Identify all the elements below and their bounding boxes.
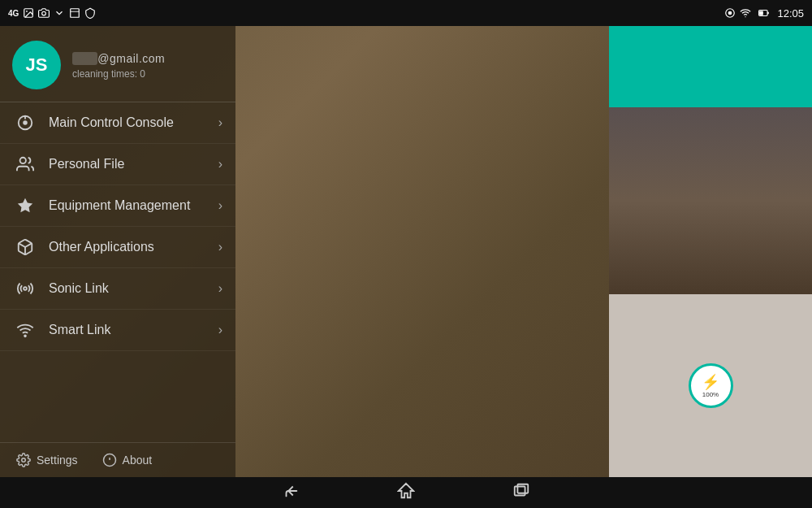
settings-button[interactable]: Settings xyxy=(16,453,78,467)
right-middle-panel xyxy=(609,107,812,294)
svg-point-17 xyxy=(24,287,27,290)
about-button[interactable]: About xyxy=(102,453,153,467)
chevron-icon-sonic-link: › xyxy=(218,281,222,296)
menu-item-equipment-management[interactable]: Equipment Management › xyxy=(0,185,235,227)
screenshot-status-icon xyxy=(69,7,80,19)
drawer-footer: Settings About xyxy=(0,442,235,477)
menu-label-equipment: Equipment Management xyxy=(49,198,207,213)
menu-item-smart-link[interactable]: Smart Link › xyxy=(0,310,235,351)
image-status-icon xyxy=(23,7,34,19)
battery-percent: 100% xyxy=(702,391,719,398)
chevron-icon-personal-file: › xyxy=(218,157,222,172)
wifi-status-icon xyxy=(740,7,751,19)
settings-icon xyxy=(16,453,31,467)
dropdown-status-icon xyxy=(54,7,65,19)
chevron-icon-other-apps: › xyxy=(218,240,222,254)
status-left: 4G xyxy=(8,7,96,19)
drawer-menu: Main Control Console › Personal File › xyxy=(0,102,235,442)
menu-item-other-applications[interactable]: Other Applications › xyxy=(0,227,235,268)
svg-rect-10 xyxy=(760,11,764,15)
person-icon xyxy=(13,155,37,173)
svg-rect-25 xyxy=(517,484,528,493)
header-text-block: ·······@gmail.com cleaning times: 0 xyxy=(72,51,165,80)
email-blur: ······· xyxy=(72,52,97,65)
svg-rect-3 xyxy=(71,9,80,18)
svg-point-2 xyxy=(42,11,46,15)
chevron-icon-main-control: › xyxy=(218,115,222,130)
menu-label-smart-link: Smart Link xyxy=(49,323,207,337)
status-bar: 4G 12:05 xyxy=(0,0,812,26)
svg-rect-9 xyxy=(768,12,770,14)
right-top-panel xyxy=(609,26,812,107)
email-domain: @gmail.com xyxy=(97,52,165,65)
equipment-icon xyxy=(13,197,37,215)
circle-status-icon xyxy=(724,7,736,19)
menu-label-sonic-link: Sonic Link xyxy=(49,281,207,296)
battery-icon: ⚡ xyxy=(702,373,719,391)
navigation-drawer: JS ·······@gmail.com cleaning times: 0 M… xyxy=(0,26,235,477)
svg-point-19 xyxy=(22,458,26,462)
back-button[interactable] xyxy=(282,482,300,504)
svg-point-12 xyxy=(23,120,28,125)
recents-button[interactable] xyxy=(512,482,530,504)
svg-point-14 xyxy=(20,158,26,163)
info-icon xyxy=(102,453,117,467)
cleaning-times: cleaning times: 0 xyxy=(72,68,165,80)
menu-label-other-apps: Other Applications xyxy=(49,240,207,254)
menu-item-main-control-console[interactable]: Main Control Console › xyxy=(0,102,235,144)
time-display: 12:05 xyxy=(777,7,804,20)
console-icon xyxy=(13,114,37,132)
chevron-icon-equipment: › xyxy=(218,198,222,213)
sonic-icon xyxy=(13,280,37,297)
smartlink-icon xyxy=(13,321,37,339)
chevron-icon-smart-link: › xyxy=(218,323,222,337)
email-display: ·······@gmail.com xyxy=(72,51,165,66)
right-panel: ⚡ 100% xyxy=(609,26,812,477)
svg-marker-15 xyxy=(18,198,32,212)
drawer-header: JS ·······@gmail.com cleaning times: 0 xyxy=(0,26,235,102)
about-label: About xyxy=(123,454,153,467)
svg-point-18 xyxy=(24,335,26,336)
status-right: 12:05 xyxy=(724,7,804,20)
menu-label-personal-file: Personal File xyxy=(49,157,207,172)
svg-rect-24 xyxy=(515,486,525,495)
battery-indicator: ⚡ 100% xyxy=(689,363,733,408)
right-bottom-panel: ⚡ 100% xyxy=(609,294,812,477)
svg-point-6 xyxy=(728,11,732,15)
settings-label: Settings xyxy=(37,454,78,467)
menu-item-personal-file[interactable]: Personal File › xyxy=(0,144,235,185)
battery-status-icon xyxy=(755,7,773,19)
svg-marker-23 xyxy=(399,483,413,497)
box-icon xyxy=(13,238,37,256)
menu-item-sonic-link[interactable]: Sonic Link › xyxy=(0,268,235,310)
shield-status-icon xyxy=(84,7,96,19)
camera-status-icon xyxy=(38,7,50,19)
signal-icon: 4G xyxy=(8,9,19,18)
navigation-bar xyxy=(0,477,812,508)
menu-label-main-control: Main Control Console xyxy=(49,115,207,130)
svg-point-1 xyxy=(26,11,28,12)
avatar: JS xyxy=(12,41,61,89)
svg-point-7 xyxy=(745,16,746,17)
home-button[interactable] xyxy=(397,482,415,504)
avatar-label: JS xyxy=(26,54,48,76)
